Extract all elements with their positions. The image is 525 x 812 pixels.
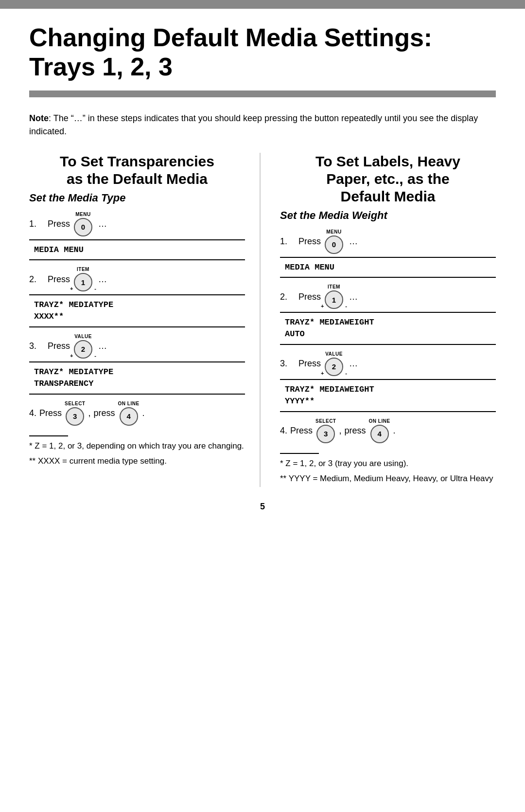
note-text: The “…” in these steps indicates that yo… — [29, 113, 478, 136]
left-display-3: TRAYZ* MEDIATYPETRANSPARENCY — [29, 361, 245, 395]
right-step-3: 3. Press VALUE 2 … TRAYZ* MEDIAWEIGHTYYY… — [280, 352, 496, 412]
item-button-left[interactable]: ITEM 1 — [74, 267, 92, 291]
note-label: Note — [29, 113, 49, 123]
select-button-right[interactable]: SELECT 3 — [315, 419, 336, 443]
left-display-1: MEDIA MENU — [29, 239, 245, 261]
page-number: 5 — [29, 502, 496, 512]
value-button-left[interactable]: VALUE 2 — [74, 334, 92, 359]
two-col-layout: To Set Transparencies as the Default Med… — [29, 153, 496, 487]
right-step-2: 2. Press ITEM 1 … TRAYZ* MEDIAWEIGHTAUTO — [280, 285, 496, 345]
menu-button-right[interactable]: MENU 0 — [325, 230, 343, 254]
left-step-2: 2. Press ITEM 1 … TRAYZ* MEDIATYPEXXXX** — [29, 267, 245, 327]
left-section-title: To Set Transparencies as the Default Med… — [29, 153, 245, 188]
left-step-1-row: 1. Press MENU 0 … — [29, 212, 245, 236]
top-bar — [0, 0, 525, 9]
col-right: To Set Labels, Heavy Paper, etc., as the… — [261, 153, 496, 487]
left-step-4: 4. Press SELECT 3 , press ON LINE 4 . — [29, 401, 245, 426]
right-section-title: To Set Labels, Heavy Paper, etc., as the… — [280, 153, 496, 205]
right-subsection-title: Set the Media Weight — [280, 209, 496, 222]
left-step-3: 3. Press VALUE 2 … TRAYZ* MEDIATYPETRANS… — [29, 334, 245, 395]
note-block: Note: The “…” in these steps indicates t… — [29, 112, 496, 138]
left-footnotes: * Z = 1, 2, or 3, depending on which tra… — [29, 435, 245, 468]
left-display-2: TRAYZ* MEDIATYPEXXXX** — [29, 294, 245, 327]
left-step-1: 1. Press MENU 0 … MEDIA MENU — [29, 212, 245, 261]
online-button-left[interactable]: ON LINE 4 — [118, 401, 140, 426]
right-display-1: MEDIA MENU — [280, 257, 496, 278]
right-display-3: TRAYZ* MEDIAWEIGHTYYYY** — [280, 379, 496, 412]
item-button-right[interactable]: ITEM 1 — [325, 285, 343, 309]
title-bar — [29, 90, 496, 97]
right-step-1: 1. Press MENU 0 … MEDIA MENU — [280, 230, 496, 278]
page-title: Changing Default Media Settings: Trays 1… — [29, 23, 496, 82]
col-left: To Set Transparencies as the Default Med… — [29, 153, 261, 487]
right-step-4: 4. Press SELECT 3 , press ON LINE 4 . — [280, 419, 496, 443]
value-button-right[interactable]: VALUE 2 — [325, 352, 343, 376]
right-footnotes: * Z = 1, 2, or 3 (tray you are using). *… — [280, 453, 496, 485]
online-button-right[interactable]: ON LINE 4 — [369, 419, 390, 443]
select-button-left[interactable]: SELECT 3 — [65, 401, 85, 426]
menu-button-left[interactable]: MENU 0 — [74, 212, 92, 236]
right-display-2: TRAYZ* MEDIAWEIGHTAUTO — [280, 312, 496, 345]
left-step-1-num: 1. — [29, 219, 44, 229]
left-subsection-title: Set the Media Type — [29, 192, 245, 204]
